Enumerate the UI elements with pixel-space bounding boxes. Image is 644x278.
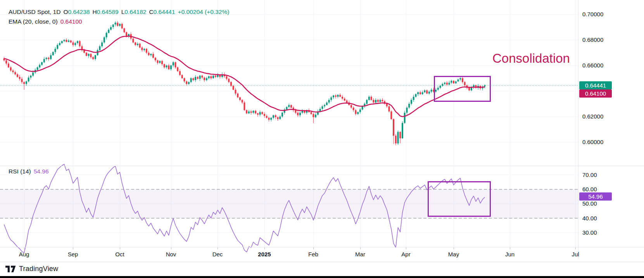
time-axis-label: Mar — [349, 251, 372, 257]
rsi-band — [0, 189, 578, 218]
ema-value: 0.64100 — [60, 18, 82, 25]
time-axis-label: Feb — [302, 251, 325, 257]
rsi-axis-label: 50.00 — [582, 200, 597, 208]
rsi-axis-label: 60.00 — [582, 185, 597, 193]
ohlc-low: L0.64182 — [121, 9, 147, 15]
price-axis-label: 0.70000 — [582, 10, 603, 18]
time-axis-label: May — [442, 251, 465, 257]
change-value: +0.00204 (+0.32%) — [178, 9, 230, 15]
ema-label[interactable]: EMA (20, close, 0) — [9, 18, 58, 25]
time-axis-label: Nov — [159, 251, 183, 257]
last-price-badge: 0.64441 — [579, 81, 612, 89]
rsi-label[interactable]: RSI (14) — [9, 168, 31, 175]
time-axis-ticks — [24, 247, 576, 249]
rsi-value: 54.96 — [34, 168, 49, 175]
rsi-indicator-header[interactable]: RSI (14) 54.96 — [9, 168, 49, 175]
candlesticks[interactable] — [3, 21, 486, 145]
consolidation-box-rsi[interactable] — [428, 181, 491, 217]
ema-price-badge: 0.64100 — [579, 89, 612, 98]
time-axis-label: Oct — [108, 251, 131, 257]
time-axis-label: Dec — [206, 251, 229, 257]
rsi-axis-label: 30.00 — [582, 229, 597, 237]
ohlc-high: H0.64589 — [92, 9, 118, 15]
symbol-header[interactable]: AUD/USD Spot, 1D O0.64238 H0.64589 L0.64… — [9, 9, 229, 15]
consolidation-box-price[interactable] — [434, 76, 491, 102]
price-axis-label: 0.66000 — [582, 62, 603, 69]
tradingview-logo[interactable]: TradingView — [5, 265, 58, 273]
bottom-black-bar — [0, 276, 644, 278]
time-axis-label: Sep — [61, 251, 85, 257]
ohlc-close: C0.64441 — [149, 9, 175, 15]
pane-separators — [0, 0, 644, 262]
time-axis-label: Aug — [12, 251, 36, 257]
symbol-name[interactable]: AUD/USD Spot, 1D — [9, 9, 60, 15]
chart-canvas[interactable] — [0, 0, 644, 278]
time-axis-label: Jul — [564, 251, 587, 257]
price-axis-label: 0.60000 — [582, 138, 603, 146]
consolidation-annotation[interactable]: Consolidation — [492, 51, 570, 66]
rsi-axis-label: 40.00 — [582, 215, 597, 222]
price-axis-label: 0.68000 — [582, 36, 603, 44]
rsi-value-badge: 54.96 — [579, 192, 612, 201]
price-axis-label: 0.62000 — [582, 113, 603, 120]
time-axis-label: Apr — [394, 251, 418, 257]
tradingview-logo-icon — [5, 266, 16, 273]
ohlc-open: O0.64238 — [63, 9, 90, 15]
tradingview-chart-window: Consolidation AUD/USD Spot, 1D O0.64238 … — [0, 0, 644, 278]
time-axis-label: 2025 — [253, 251, 276, 257]
rsi-axis-label: 70.00 — [582, 171, 597, 179]
ema-indicator-header[interactable]: EMA (20, close, 0) 0.64100 — [9, 18, 82, 25]
time-axis-label: Jun — [498, 251, 521, 257]
tradingview-logo-text: TradingView — [19, 265, 58, 273]
